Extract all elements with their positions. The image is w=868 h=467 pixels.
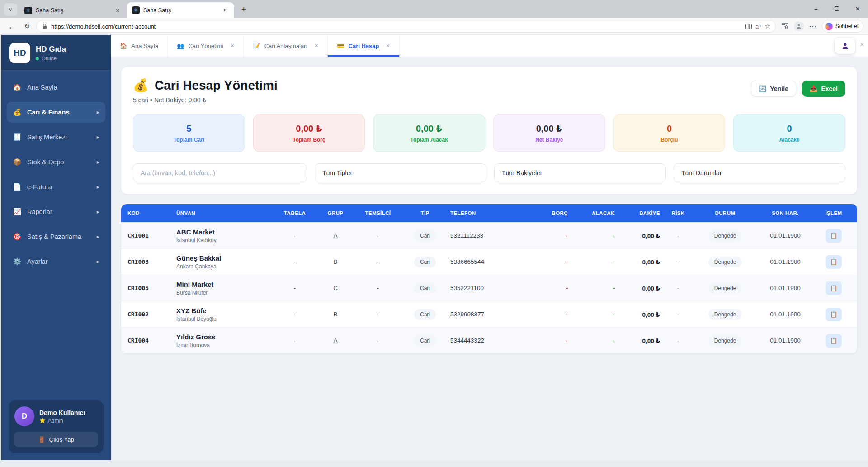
cell-tabela: - xyxy=(275,311,315,318)
cell-bakiye: 0,00 ₺ xyxy=(615,311,660,318)
cell-son-hareket: 01.01.1900 xyxy=(754,258,816,265)
close-icon[interactable]: ✕ xyxy=(314,43,318,49)
translate-icon[interactable]: aᵃ xyxy=(755,23,761,30)
cell-borc: - xyxy=(526,337,568,344)
favorite-star-icon[interactable]: ☆ xyxy=(764,22,770,30)
user-card: D Demo Kullanıcı ⭐ Admin 🚪 Çıkış Yap xyxy=(9,400,104,453)
profile-button[interactable] xyxy=(835,37,855,54)
company-name: HD Gıda xyxy=(36,45,66,54)
sidebar-item-ana-sayfa[interactable]: 🏠 Ana Sayfa xyxy=(7,77,105,98)
window-minimize-button[interactable]: – xyxy=(806,0,826,17)
sidebar-item-raporlar[interactable]: 📈 Raporlar ▶ xyxy=(7,201,105,222)
close-tab-icon[interactable]: ✕ xyxy=(113,7,122,14)
refresh-icon[interactable]: ↻ xyxy=(21,22,33,30)
tab-cari-hesap[interactable]: 💳 Cari Hesap ✕ xyxy=(328,35,399,57)
cell-bakiye: 0,00 ₺ xyxy=(615,337,660,344)
cell-unvan: ABC Market xyxy=(176,228,275,236)
cell-temsilci: - xyxy=(356,232,400,239)
stat-label: Toplam Cari xyxy=(174,137,204,143)
cell-risk: - xyxy=(660,258,696,265)
close-icon[interactable]: ✕ xyxy=(386,43,390,49)
sidebar-item-ayarlar[interactable]: ⚙️ Ayarlar ▶ xyxy=(7,251,105,272)
browser-profile-avatar[interactable] xyxy=(794,21,804,31)
col-header-sonhar: SON HAR. xyxy=(754,210,816,216)
status-badge: Dengede xyxy=(708,230,742,241)
row-detail-button[interactable]: 📋 xyxy=(826,334,842,348)
stat-label: Alacaklı xyxy=(779,137,799,143)
cell-son-hareket: 01.01.1900 xyxy=(754,311,816,318)
cell-bakiye: 0,00 ₺ xyxy=(615,285,660,292)
copilot-button[interactable]: Sohbet et xyxy=(822,20,863,33)
company-logo: HD xyxy=(9,43,30,63)
cell-unvan: Güneş Bakkal xyxy=(176,254,275,262)
col-header-kod: KOD xyxy=(127,210,176,216)
url-text[interactable]: https://demo.hdsell.com/current-account xyxy=(51,23,742,30)
sidebar-item-label: Raporlar xyxy=(27,208,52,215)
row-detail-button[interactable]: 📋 xyxy=(826,308,842,321)
sidebar-item-satis-merkezi[interactable]: 🧾 Satış Merkezi ▶ xyxy=(7,127,105,148)
type-badge: Cari xyxy=(414,283,436,294)
col-header-islem: İŞLEM xyxy=(816,210,851,216)
avatar: D xyxy=(14,406,34,426)
browser-tab-title: Saha Satış xyxy=(143,7,217,14)
stat-value: 0,00 ₺ xyxy=(296,123,322,134)
split-screen-icon[interactable] xyxy=(745,24,752,29)
copilot-icon xyxy=(825,23,833,30)
cell-bakiye: 0,00 ₺ xyxy=(615,232,660,239)
row-detail-button[interactable]: 📋 xyxy=(826,281,842,295)
gear-icon: ⚙️ xyxy=(13,257,22,266)
type-filter-select[interactable]: Tüm Tipler xyxy=(315,163,486,182)
stat-card-3: 0,00 ₺ Toplam Alacak xyxy=(373,114,485,152)
stat-card-4: 0,00 ₺ Net Bakiye xyxy=(493,114,605,152)
cell-risk: - xyxy=(660,232,696,239)
main-area: 🏠 Ana Sayfa 👥 Cari Yönetimi ✕ 📝 Cari Anl… xyxy=(111,35,868,460)
refresh-button[interactable]: 🔄 Yenile xyxy=(751,81,796,97)
close-icon[interactable]: ✕ xyxy=(230,43,234,49)
home-icon: 🏠 xyxy=(13,83,22,91)
excel-export-button[interactable]: 📥 Excel xyxy=(802,81,845,97)
browser-navbar: ← ↻ https://demo.hdsell.com/current-acco… xyxy=(0,18,868,35)
cell-grup: B xyxy=(315,258,356,265)
online-dot-icon xyxy=(36,57,39,60)
sidebar-item-stok-depo[interactable]: 📦 Stok & Depo ▶ xyxy=(7,152,105,172)
more-options-icon[interactable]: ⋯ xyxy=(807,22,819,31)
stray-close-icon[interactable]: ✕ xyxy=(859,41,864,48)
clipboard-icon: 📋 xyxy=(830,311,837,318)
tab-ana-sayfa[interactable]: 🏠 Ana Sayfa xyxy=(111,35,168,57)
sidebar-item-satis-pazarlama[interactable]: 🎯 Satış & Pazarlama ▶ xyxy=(7,226,105,247)
brand-block: HD HD Gıda Online xyxy=(1,35,111,71)
logout-button[interactable]: 🚪 Çıkış Yap xyxy=(14,432,98,447)
cell-unvan: Mini Market xyxy=(176,281,275,288)
money-bag-icon: 💰 xyxy=(13,108,22,116)
collections-icon[interactable] xyxy=(778,22,791,30)
browser-tab-2[interactable]: ⚛ Saha Satış ✕ xyxy=(127,2,234,18)
stat-card-6: 0 Alacaklı xyxy=(733,114,845,152)
tab-cari-yonetimi[interactable]: 👥 Cari Yönetimi ✕ xyxy=(168,35,244,57)
stat-card-5: 0 Borçlu xyxy=(613,114,726,152)
status-filter-select[interactable]: Tüm Durumlar xyxy=(674,163,845,182)
row-detail-button[interactable]: 📋 xyxy=(826,229,842,243)
browser-tab-1[interactable]: ⚛ Saha Satış ✕ xyxy=(19,3,127,18)
sidebar-item-cari-finans[interactable]: 💰 Cari & Finans ▶ xyxy=(7,102,105,123)
row-detail-button[interactable]: 📋 xyxy=(826,255,842,269)
money-bag-icon: 💰 xyxy=(133,78,149,93)
cell-borc: - xyxy=(526,258,568,265)
window-close-button[interactable]: ✕ xyxy=(847,0,868,17)
tab-search-icon[interactable]: ˅ xyxy=(4,3,17,16)
window-maximize-button[interactable] xyxy=(826,0,847,17)
chevron-right-icon: ▶ xyxy=(97,135,99,139)
url-bar[interactable]: https://demo.hdsell.com/current-account … xyxy=(36,20,776,33)
tab-cari-anlasmalari[interactable]: 📝 Cari Anlaşmaları ✕ xyxy=(244,35,328,57)
balance-filter-select[interactable]: Tüm Bakiyeler xyxy=(494,163,666,182)
tab-label: Cari Anlaşmaları xyxy=(264,43,307,49)
cell-risk: - xyxy=(660,311,696,318)
sidebar-item-label: Ana Sayfa xyxy=(27,84,57,91)
back-icon[interactable]: ← xyxy=(5,23,18,30)
search-input[interactable] xyxy=(133,163,307,182)
new-tab-button[interactable]: + xyxy=(238,5,250,14)
page-subtitle: 5 cari • Net Bakiye: 0,00 ₺ xyxy=(133,96,278,104)
cell-alacak: - xyxy=(568,232,615,239)
page-title-text: Cari Hesap Yönetimi xyxy=(155,78,278,93)
sidebar-item-e-fatura[interactable]: 📄 e-Fatura ▶ xyxy=(7,176,105,197)
close-tab-icon[interactable]: ✕ xyxy=(221,6,230,14)
